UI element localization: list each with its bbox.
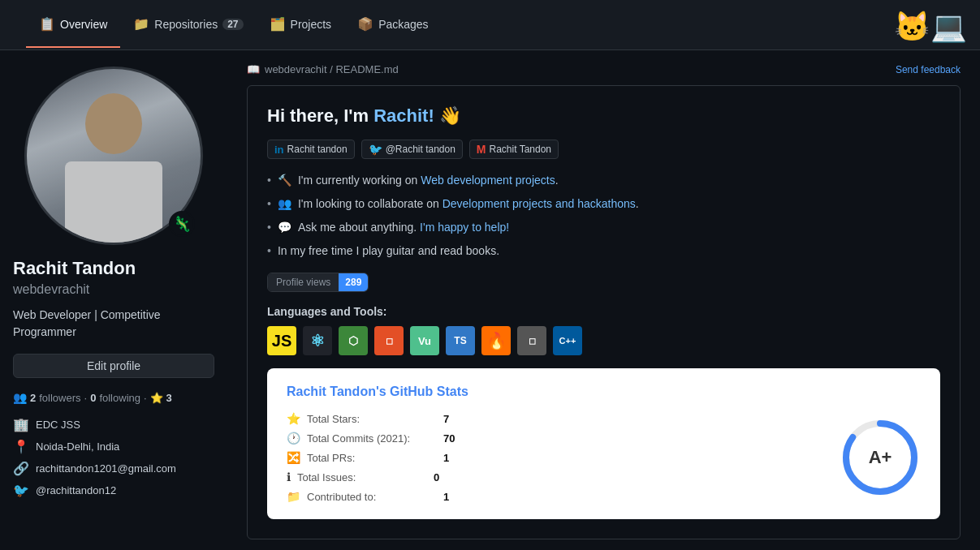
stat-label: Contributed to: (307, 491, 437, 503)
linkedin-badge[interactable]: in Rachit tandon (267, 140, 355, 159)
user-first-name: Rachit! (373, 105, 434, 126)
stats-card-title: Rachit Tandon's GitHub Stats (287, 385, 921, 399)
twitter-text: @rachittandon12 (36, 484, 116, 496)
meta-org: 🏢 EDC JSS (13, 417, 214, 432)
html-icon: ◻ (374, 326, 404, 355)
greeting: Hi there, I'm Rachit! 👋 (267, 105, 940, 127)
stat-value: 0 (434, 471, 439, 483)
nodejs-icon: ⬡ (339, 326, 368, 355)
sidebar: 🦎 Rachit Tandon webdevrachit Web Develop… (0, 50, 227, 550)
nav-tab-overview[interactable]: 📋 Overview (26, 2, 120, 48)
stat-label: Total Stars: (307, 413, 437, 425)
other-icon: ◻ (517, 326, 546, 355)
typescript-icon: TS (446, 326, 475, 355)
grade-circle: A+ (840, 417, 921, 498)
linkedin-label: Rachit tandon (287, 144, 348, 155)
stat-icon: ⭐ (287, 412, 300, 425)
nav-tab-packages[interactable]: 📦 Packages (344, 2, 441, 48)
user-handle: webdevrachit (13, 282, 214, 297)
followers-count[interactable]: 2 (30, 392, 36, 404)
content-area: 📖 webdevrachit / README.md Send feedback… (227, 50, 980, 550)
location-text: Noida-Delhi, India (36, 440, 119, 453)
hammer-emoji: 🔨 (278, 172, 291, 189)
profile-views-count: 289 (339, 273, 368, 291)
speech-emoji: 💬 (278, 219, 291, 236)
top-navigation: 📋 Overview 📁 Repositories 27🗂️ Projects … (0, 0, 980, 50)
twitter-icon: 🐦 (369, 143, 382, 156)
book-icon: 📖 (247, 63, 260, 75)
bio-bullets: 🔨 I'm currently working on Web developme… (267, 172, 940, 260)
org-text: EDC JSS (36, 419, 80, 431)
gmail-label: Rachit Tandon (490, 144, 552, 155)
following-count[interactable]: 0 (90, 392, 96, 404)
star-icon: ⭐ (150, 392, 163, 404)
followers-label: followers (39, 392, 80, 404)
stat-value: 7 (443, 413, 449, 425)
edit-profile-button[interactable]: Edit profile (13, 354, 214, 378)
vue-icon: Vu (410, 326, 439, 355)
stat-icon: ℹ (287, 471, 291, 483)
wave-emoji: 👋 (439, 105, 461, 126)
stats-layout: ⭐ Total Stars: 7🕐 Total Commits (2021): … (287, 412, 921, 503)
stat-label: Total PRs: (307, 452, 437, 464)
lang-icons: JS ⚛ ⬡ ◻ Vu TS 🔥 ◻ C++ (267, 326, 940, 355)
profile-views-label: Profile views (268, 273, 339, 291)
location-icon: 📍 (13, 439, 29, 454)
readme-file-path: 📖 webdevrachit / README.md (247, 63, 399, 75)
stat-label: Total Commits (2021): (307, 432, 437, 445)
stat-row-contributedto:: 📁 Contributed to: 1 (287, 490, 455, 503)
meta-location: 📍 Noida-Delhi, India (13, 439, 214, 454)
projects-nav-icon: 🗂️ (270, 16, 286, 32)
stat-value: 1 (443, 452, 449, 464)
nav-tab-repositories[interactable]: 📁 Repositories 27 (120, 2, 256, 48)
stars-count[interactable]: 3 (166, 392, 172, 404)
people-emoji: 👥 (278, 196, 291, 213)
stat-label: Total Issues: (297, 471, 427, 483)
avatar-container: 🦎 (24, 67, 203, 245)
org-icon: 🏢 (13, 417, 29, 432)
repositories-nav-icon: 📁 (133, 16, 149, 32)
decorative-character: 🐱‍💻 (894, 9, 967, 41)
stat-row-totalprs:: 🔀 Total PRs: 1 (287, 451, 455, 464)
stat-value: 1 (443, 491, 449, 503)
twitter-badge[interactable]: 🐦 @Rachit tandon (361, 140, 463, 159)
user-bio: Web Developer | Competitive Programmer (13, 307, 214, 341)
follow-stats: 👥 2 followers · 0 following · ⭐ 3 (13, 391, 214, 404)
gmail-badge[interactable]: M Rachit Tandon (469, 140, 559, 159)
email-text: rachittandon1201@gmail.com (36, 462, 176, 475)
stat-row-totalissues:: ℹ Total Issues: 0 (287, 471, 455, 483)
profile-meta: 🏢 EDC JSS📍 Noida-Delhi, India🔗 rachittan… (13, 417, 214, 498)
stats-list: ⭐ Total Stars: 7🕐 Total Commits (2021): … (287, 412, 455, 503)
readme-body: Hi there, I'm Rachit! 👋 in Rachit tandon… (247, 85, 961, 539)
following-label: following (99, 392, 140, 404)
firebase-icon: 🔥 (481, 326, 511, 355)
react-icon: ⚛ (303, 326, 332, 355)
bullet-collab: 👥 I'm looking to collaborate on Developm… (267, 196, 940, 213)
nav-tab-projects[interactable]: 🗂️ Projects (257, 2, 345, 48)
send-feedback-link[interactable]: Send feedback (896, 64, 961, 75)
greeting-text: Hi there, I'm (267, 105, 369, 126)
languages-section: Languages and Tools: JS ⚛ ⬡ ◻ Vu TS 🔥 ◻ … (267, 305, 940, 355)
repositories-badge: 27 (222, 19, 243, 30)
main-layout: 🦎 Rachit Tandon webdevrachit Web Develop… (0, 50, 980, 550)
overview-nav-icon: 📋 (39, 16, 55, 32)
twitter-icon: 🐦 (13, 483, 29, 498)
twitter-label: @Rachit tandon (386, 144, 455, 155)
bullet-hobby: In my free time I play guitar and read b… (267, 243, 940, 260)
stat-row-totalstars:: ⭐ Total Stars: 7 (287, 412, 455, 425)
status-badge: 🦎 (169, 211, 195, 237)
stat-icon: 🕐 (287, 432, 300, 445)
profile-views-badge: Profile views 289 (267, 273, 369, 292)
stat-icon: 🔀 (287, 451, 300, 464)
user-name: Rachit Tandon (13, 258, 214, 279)
followers-icon: 👥 (13, 391, 27, 404)
meta-twitter: 🐦 @rachittandon12 (13, 483, 214, 498)
packages-nav-icon: 📦 (357, 16, 373, 32)
stat-icon: 📁 (287, 490, 300, 503)
lang-title: Languages and Tools: (267, 305, 940, 318)
projects-tab-label: Projects (291, 18, 332, 31)
stat-value: 70 (443, 432, 455, 445)
bullet-work: 🔨 I'm currently working on Web developme… (267, 172, 940, 189)
stat-row-totalcommits(2021):: 🕐 Total Commits (2021): 70 (287, 432, 455, 445)
grade-value: A+ (869, 447, 892, 468)
